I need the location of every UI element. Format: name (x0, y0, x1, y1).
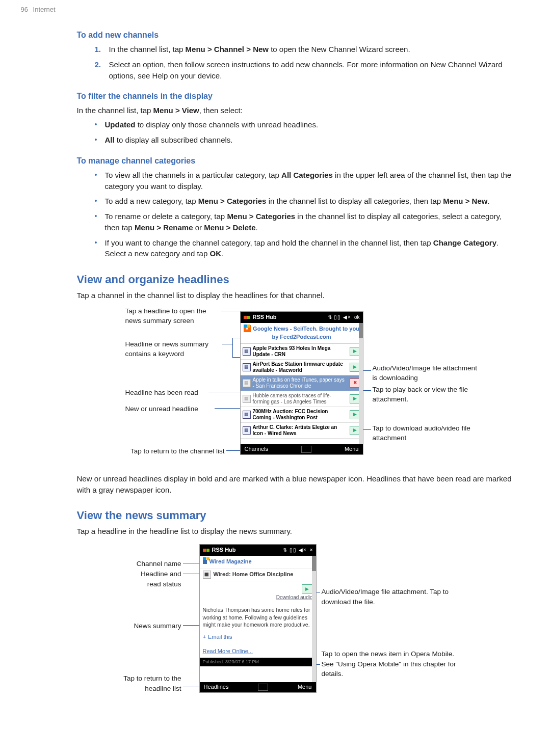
list-item: If you want to change the channel catego… (95, 237, 513, 260)
menu-softkey[interactable]: Menu (298, 683, 312, 691)
titlebar: RSS Hub ⇅ ▯▯ ◀× ok (241, 312, 363, 323)
app-title: RSS Hub (253, 313, 277, 321)
headlines-softkey[interactable]: Headlines (204, 683, 229, 691)
keyboard-icon[interactable] (258, 684, 268, 691)
headline-text: Apple in talks on free iTunes, paper say… (253, 377, 348, 389)
newspaper-icon: ▦ (243, 395, 251, 403)
headline-row-selected[interactable]: ▦Apple in talks on free iTunes, paper sa… (241, 375, 363, 391)
ok-button[interactable]: ok (354, 314, 360, 321)
list-item: 2. Select an option, then follow screen … (95, 59, 513, 82)
news-summary-intro: Tap a headline in the headline list to d… (77, 526, 513, 537)
headline-row[interactable]: ▦Apple Patches 93 Holes In Mega Update -… (241, 344, 363, 360)
callout-download-progress: Audio/Video/Image file attachment is dow… (373, 363, 480, 383)
bottombar: Headlines Menu (200, 682, 316, 692)
text-bold: Menu > New (443, 197, 487, 205)
text: In the channel list, tap (77, 106, 153, 115)
section-name: Internet (33, 6, 56, 13)
newspaper-icon: ▦ (243, 379, 251, 387)
filter-intro: In the channel list, tap Menu > View, th… (77, 105, 513, 116)
text-bold: Menu > Delete (204, 223, 255, 232)
callout-attachment: Audio/Video/Image file attachment. Tap t… (322, 587, 454, 607)
text-bold: All Categories (281, 171, 333, 179)
email-this-link[interactable]: +Email this (200, 630, 316, 642)
text-bold: Change Category (433, 238, 496, 247)
page-header: 96 Internet (21, 5, 531, 15)
list-item: 1. In the channel list, tap Menu > Chann… (95, 44, 513, 55)
callout-channel-name: Channel name (128, 559, 181, 569)
headline-text: Wired: Home Office Discipline (214, 571, 294, 579)
headline-text: AirPort Base Station firmware update ava… (253, 361, 348, 373)
published-date: Published: 8/23/07 6:17 PM (200, 658, 316, 666)
filter-bullets: Updated to display only those channels w… (95, 119, 513, 146)
callout-keyword: Headline or news summary contains a keyw… (125, 339, 222, 359)
callout-read: Headline has been read (125, 388, 222, 398)
channels-softkey[interactable]: Channels (245, 445, 268, 453)
text-bold: Updated (105, 120, 136, 129)
text: To view all the channels in a particular… (105, 171, 282, 179)
text: . (255, 223, 257, 232)
download-link[interactable]: Download audio (203, 594, 313, 602)
text: in the channel list to display all categ… (266, 197, 443, 205)
text: , then select: (199, 106, 243, 115)
media-icon[interactable]: ▶ (302, 584, 313, 593)
windows-logo-icon (203, 547, 210, 554)
headline-row[interactable]: ▦Hubble camera spots traces of life-form… (241, 391, 363, 407)
categories-bullets: To view all the channels in a particular… (95, 170, 513, 259)
download-area[interactable]: ▶ Download audio (200, 581, 316, 605)
scrollbar[interactable] (359, 323, 363, 444)
keyboard-icon[interactable] (301, 446, 311, 453)
bottombar: Channels Menu (241, 444, 363, 454)
screenshot-summary: RSS Hub ⇅ ▯▯ ◀× × Wired Magazine ▦Wired:… (199, 544, 317, 693)
list-item: To add a new category, tap Menu > Catego… (95, 196, 513, 207)
text: . (221, 249, 223, 258)
step-text: Select an option, then follow screen ins… (109, 60, 503, 80)
scrollbar-thumb[interactable] (312, 556, 316, 571)
headline-row[interactable]: ▦AirPort Base Station firmware update av… (241, 360, 363, 375)
headline-row[interactable]: ▦Arthur C. Clarke: Artists Elegize an Ic… (241, 423, 363, 439)
page-number: 96 (21, 6, 28, 13)
callout-open-summary: Tap a headline to open the news summary … (125, 306, 222, 326)
connector-line (232, 338, 233, 358)
newspaper-icon: ▦ (243, 347, 251, 356)
text-bold: Menu > View (153, 106, 199, 115)
scrollbar[interactable] (312, 556, 316, 682)
text: To rename or delete a category, tap (105, 212, 227, 221)
channel-title: እ Google News - Sci/Tech. Brought to you… (241, 323, 363, 344)
connector-line (208, 392, 244, 392)
step-bold: Menu > Channel > New (186, 45, 269, 53)
menu-softkey[interactable]: Menu (345, 445, 359, 453)
newspaper-icon: ▦ (243, 411, 251, 419)
status-icons: ⇅ ▯▯ ◀× (283, 547, 306, 554)
newspaper-icon: ▦ (243, 426, 251, 435)
screenshot-headlines: RSS Hub ⇅ ▯▯ ◀× ok እ Google News - Sci/T… (240, 311, 363, 455)
callout-download: Tap to download audio/video file attachm… (373, 423, 490, 443)
headline-text: Arthur C. Clarke: Artists Elegize an Ico… (253, 424, 348, 437)
step-text: to open the New Channel Wizard screen. (269, 45, 410, 53)
text: to display only those channels with unre… (136, 120, 319, 129)
plus-icon: + (203, 633, 206, 641)
text: . (487, 197, 489, 205)
callout-news-summary: News summary (128, 621, 181, 631)
headline-text: 700MHz Auction: FCC Decision Coming - Wa… (253, 409, 348, 421)
connector-line (221, 311, 240, 311)
scrollbar-thumb[interactable] (359, 323, 363, 338)
read-more-link[interactable]: Read More Online... (200, 642, 316, 658)
text-bold: OK (209, 249, 221, 258)
text: To add a new category, tap (105, 197, 198, 205)
close-button[interactable]: × (310, 547, 313, 554)
email-this-label: Email this (208, 633, 232, 641)
status-icons: ⇅ ▯▯ ◀× (328, 314, 351, 321)
callout-unread: New or unread headline (125, 404, 222, 414)
step-number: 1. (95, 44, 101, 55)
text: If you want to change the channel catego… (105, 238, 433, 247)
heading-filter-channels: To filter the channels in the display (77, 90, 513, 102)
add-channels-steps: 1. In the channel list, tap Menu > Chann… (95, 44, 513, 81)
titlebar: RSS Hub ⇅ ▯▯ ◀× × (200, 545, 316, 556)
heading-add-channels: To add new channels (77, 29, 513, 41)
connector-line (183, 625, 200, 626)
heading-news-summary: View the news summary (77, 507, 513, 524)
step-text: In the channel list, tap (109, 45, 186, 53)
list-item: Updated to display only those channels w… (95, 119, 513, 130)
heading-manage-categories: To manage channel categories (77, 155, 513, 167)
headline-row[interactable]: ▦700MHz Auction: FCC Decision Coming - W… (241, 407, 363, 423)
